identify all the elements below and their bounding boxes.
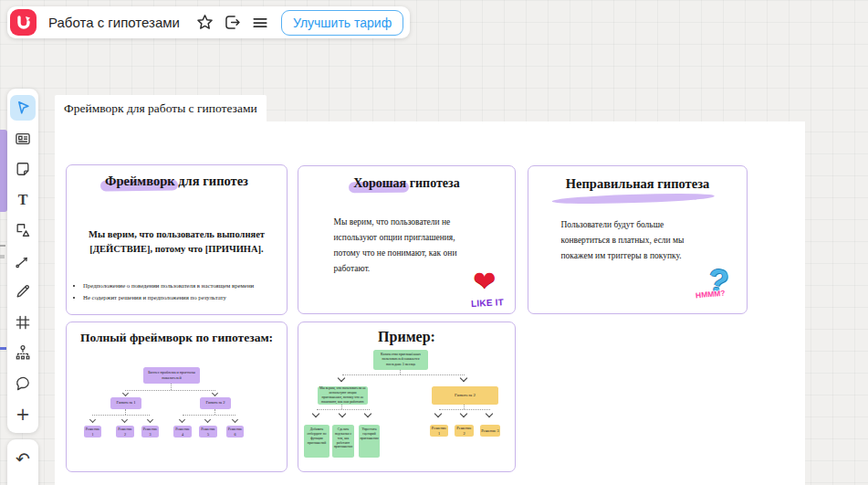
tree-solution-node[interactable]: Решение 3: [480, 425, 500, 437]
heart-icon: ❤: [473, 265, 496, 297]
tree-solution-node[interactable]: Упростить сценарий приглашения: [359, 425, 380, 458]
star-icon[interactable]: [192, 9, 219, 37]
tree-root-node[interactable]: Количество приглашённых пользователей сн…: [373, 350, 428, 370]
arrow-down-icon: [486, 410, 493, 417]
highlighted-word: Фреймворк: [105, 174, 175, 188]
tree-solution-node[interactable]: Добавить онбординг по функции приглашени…: [304, 425, 329, 458]
history-panel: ↶ ↷: [7, 439, 38, 485]
menu-icon[interactable]: [246, 9, 274, 37]
connector-line: [125, 390, 215, 391]
offscreen-blue-shape[interactable]: [0, 347, 6, 350]
card-hypothesis-framework[interactable]: Фреймворк для гипотез Мы верим, что поль…: [66, 164, 288, 315]
connector-tool[interactable]: [10, 248, 36, 274]
tree-solution-node[interactable]: Решение 2: [455, 425, 474, 437]
arrow-down-icon: [312, 410, 319, 417]
card-title: Фреймворк для гипотез: [67, 174, 287, 189]
redo-icon[interactable]: ↷: [10, 478, 36, 485]
like-it-heart-sticker[interactable]: ❤ LIKE IT: [465, 268, 510, 311]
card-title: Неправильная гипотеза: [528, 176, 747, 192]
cursor-tool[interactable]: [10, 95, 36, 121]
arrow-down-icon: [89, 416, 96, 423]
arrow-down-icon: [212, 390, 218, 396]
connector-line: [183, 415, 235, 416]
card-body-text: Мы верим, что пользователи не используют…: [334, 215, 480, 277]
tree-solution-node[interactable]: Решение 2: [116, 426, 134, 438]
offscreen-mark: [0, 255, 5, 258]
frame-label[interactable]: Фреймворк для работы с гипотезами: [55, 95, 267, 122]
card-bullet-list: Предположение о поведении пользователя в…: [74, 279, 287, 304]
tree-solution-node[interactable]: Решение 5: [199, 426, 217, 438]
share-icon[interactable]: [219, 9, 246, 37]
app-logo-icon[interactable]: [10, 9, 37, 36]
tree-hypothesis-node[interactable]: Гипотеза 1: [110, 397, 141, 409]
connector-line: [171, 384, 172, 390]
arrow-down-icon: [179, 416, 185, 423]
undo-icon[interactable]: ↶: [10, 446, 36, 471]
tree-solution-node[interactable]: Решение 3: [141, 426, 159, 438]
connector-line: [92, 415, 150, 416]
comment-tool[interactable]: [10, 371, 36, 396]
mindmap-tool[interactable]: [10, 340, 36, 365]
arrow-down-icon: [147, 416, 153, 423]
frame-tool[interactable]: [10, 310, 36, 335]
card-title: Хорошая гипотеза: [298, 176, 515, 191]
arrow-down-icon: [232, 416, 238, 423]
card-title: Пример:: [298, 329, 515, 345]
tree-solution-node[interactable]: Решение 6: [226, 426, 244, 438]
sticky-note-tool[interactable]: [10, 156, 36, 182]
card-good-hypothesis[interactable]: Хорошая гипотеза Мы верим, что пользоват…: [298, 165, 516, 314]
offscreen-mark: [0, 245, 5, 247]
arrow-down-icon: [204, 416, 211, 423]
upgrade-plan-button[interactable]: Улучшить тариф: [281, 10, 403, 36]
purple-underline-highlight: [551, 193, 714, 206]
arrow-down-icon: [460, 410, 467, 417]
add-tool[interactable]: +: [10, 401, 36, 427]
tree-solution-node[interactable]: Решение 4: [173, 426, 192, 438]
tree-solution-node[interactable]: Сделать подсказки о том, как работают пр…: [332, 425, 354, 458]
arrow-down-icon: [364, 410, 371, 417]
tree-hypothesis-node[interactable]: Гипотеза 2: [432, 386, 498, 405]
shapes-tool[interactable]: [10, 217, 36, 243]
arrow-down-icon: [122, 390, 129, 396]
offscreen-purple-shape[interactable]: [0, 130, 7, 212]
arrow-down-icon: [338, 374, 345, 382]
card-body-text: Пользователи будут больше конвертиться в…: [561, 217, 715, 264]
tree-hypothesis-node[interactable]: Мы верим, что пользователи не используют…: [318, 386, 368, 405]
tree-hypothesis-node[interactable]: Гипотеза 2: [200, 397, 231, 409]
card-full-framework[interactable]: Полный фреймворк по гипотезам: Бизнес пр…: [66, 322, 288, 472]
document-title[interactable]: Работа с гипотезами: [48, 15, 180, 30]
highlighted-word: Хорошая: [353, 176, 406, 190]
sticker-label: LIKE IT: [465, 297, 511, 310]
card-wrong-hypothesis[interactable]: Неправильная гипотеза Пользователи будут…: [528, 165, 748, 314]
connector-line: [342, 374, 465, 375]
whiteboard-canvas[interactable]: Фреймворк для работы с гипотезами Фреймв…: [0, 0, 868, 485]
top-bar: Работа с гипотезами Улучшить тариф: [7, 6, 410, 38]
hmm-question-sticker[interactable]: ? HMMM?: [698, 267, 740, 311]
card-example[interactable]: Пример: Количество приглашённых пользова…: [298, 322, 516, 472]
text-tool[interactable]: T: [10, 187, 36, 213]
arrow-down-icon: [121, 416, 128, 423]
tree-solution-node[interactable]: Решение 1: [84, 426, 101, 438]
arrow-down-icon: [460, 374, 467, 382]
pen-tool[interactable]: [10, 279, 36, 304]
arrow-down-icon: [434, 410, 442, 417]
tree-solution-node[interactable]: Решение 1: [430, 425, 448, 437]
card-title: Полный фреймворк по гипотезам:: [67, 331, 287, 345]
card-body-text: Мы верим, что пользователь выполняет [ДЕ…: [67, 227, 287, 258]
arrow-down-icon: [339, 410, 346, 417]
templates-tool[interactable]: [10, 126, 36, 152]
bullet-item: Предположение о поведении пользователя в…: [83, 279, 287, 291]
tree-root-node[interactable]: Бизнес проблема и прогнозы показателей: [143, 367, 200, 384]
bullet-item: Не содержит решения и предположения по р…: [83, 291, 287, 303]
tools-panel: T: [7, 89, 38, 433]
